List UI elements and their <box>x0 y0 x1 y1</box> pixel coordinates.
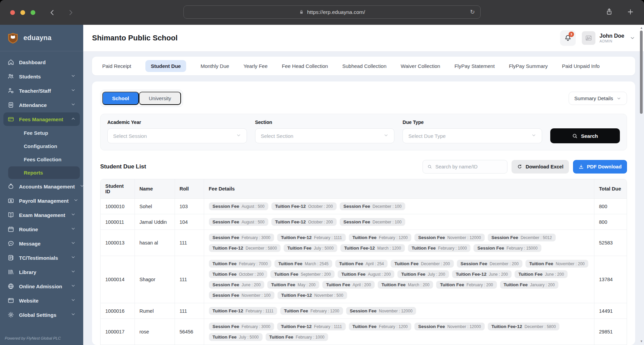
sidebar-item-dashboard[interactable]: Dashboard <box>3 55 80 69</box>
chevron-down-icon <box>79 183 83 189</box>
select-academic-year[interactable]: Select Session <box>107 128 247 143</box>
new-tab-button[interactable] <box>627 8 634 17</box>
tab-flypay-statement[interactable]: FlyPay Statement <box>454 63 495 69</box>
sidebar-subitem-configuration[interactable]: Configuration <box>8 140 80 152</box>
filter-label: Section <box>255 120 395 125</box>
sidebar-item-label: Attendance <box>19 102 47 108</box>
download-excel-button[interactable]: Download Excel <box>512 160 569 174</box>
address-bar[interactable]: https://erp.eduayna.com/ ↻ <box>183 5 481 19</box>
fee-chip-name: Session Fee <box>491 235 518 240</box>
sidebar-item-teacher-staff[interactable]: Teacher/Staff <box>3 84 80 97</box>
select-section[interactable]: Select Section <box>255 128 395 143</box>
fee-chip-name: Tuition Fee <box>269 334 293 340</box>
fee-chip: Tuition FeeApril : 254 <box>335 260 388 268</box>
fee-chip: Tuition FeeJanuary : 200 <box>500 281 559 289</box>
chevron-down-icon <box>630 35 635 41</box>
toggle-school[interactable]: School <box>102 92 139 105</box>
chevron-down-icon <box>71 312 76 318</box>
zoom-window-button[interactable] <box>31 10 35 15</box>
fee-chip-detail: October : 200 <box>308 220 333 224</box>
fee-chip-detail: June : 200 <box>545 272 564 277</box>
tab-monthly-due[interactable]: Monthly Due <box>200 63 229 69</box>
sidebar-item-routine[interactable]: Routine <box>3 222 80 236</box>
cell-fee-details: Session FeeFebruary : 3000Tuition Fee-12… <box>204 319 594 345</box>
fee-chip-detail: December : 100 <box>373 220 401 224</box>
tab-waiver-collection[interactable]: Waiver Collection <box>401 63 440 69</box>
fee-chip-name: Tuition Fee <box>401 272 425 277</box>
share-button[interactable] <box>606 8 613 17</box>
exam-icon <box>7 212 14 218</box>
sidebar-item-online-admission[interactable]: Online Admission <box>3 279 80 293</box>
sidebar-item-label: Teacher/Staff <box>19 88 51 94</box>
summary-details-dropdown[interactable]: Summary Details <box>569 92 627 105</box>
filter-label: Due Type <box>402 120 542 125</box>
fee-chip-detail: December : 5800 <box>246 246 277 251</box>
sidebar-item-global-settings[interactable]: Global Settings <box>3 308 80 322</box>
fee-chip-detail: February : 3000 <box>242 324 270 329</box>
sidebar-subitem-fees-collection[interactable]: Fees Collection <box>8 153 80 166</box>
search-button[interactable]: Search <box>550 128 620 143</box>
chevron-down-icon <box>71 88 76 94</box>
sidebar-item-attendance[interactable]: Attendance <box>3 98 80 112</box>
fees-icon <box>7 116 14 123</box>
tab-fee-head-collection[interactable]: Fee Head Collection <box>282 63 328 69</box>
fee-chip: Session FeeNovember : 12000 <box>346 307 416 315</box>
fee-chip-name: Tuition Fee-12 <box>213 308 244 313</box>
notifications-button[interactable]: 3 <box>560 30 576 46</box>
sidebar-item-exam-management[interactable]: Exam Management <box>3 208 80 222</box>
sidebar-item-tc-testimonials[interactable]: TC/Testimonials <box>3 251 80 265</box>
fee-chip-name: Tuition Fee <box>341 272 365 277</box>
sidebar-item-website[interactable]: Website <box>3 294 80 307</box>
tab-flypay-summary[interactable]: FlyPay Summary <box>509 63 548 69</box>
fee-chip-name: Tuition Fee <box>339 261 363 266</box>
tab-yearly-fee[interactable]: Yearly Fee <box>244 63 268 69</box>
minimize-window-button[interactable] <box>20 10 25 15</box>
browser-back-button[interactable] <box>49 9 56 16</box>
column-header-student-id: Student ID <box>101 179 135 199</box>
sidebar-item-library[interactable]: Library <box>3 265 80 279</box>
sidebar-item-message[interactable]: Message <box>3 237 80 250</box>
browser-forward-button[interactable] <box>67 9 74 16</box>
tab-subhead-collection[interactable]: Subhead Collection <box>342 63 387 69</box>
sidebar-item-label: Online Admission <box>19 284 62 289</box>
fee-chip-name: Tuition Fee <box>518 272 542 277</box>
reload-icon[interactable]: ↻ <box>470 8 475 16</box>
fee-chip-detail: January : 200 <box>530 283 555 287</box>
sidebar-item-payroll-management[interactable]: Payroll Management <box>3 194 80 207</box>
select-due-type[interactable]: Select Due Type <box>402 128 542 143</box>
cell-roll: 111 <box>175 256 204 303</box>
sidebar-item-students[interactable]: Students <box>3 70 80 83</box>
student-due-table-wrap: Student IDNameRollFee DetailsTotal Due 1… <box>100 179 627 345</box>
user-name: John Doe <box>600 33 624 39</box>
teacher-icon <box>7 87 14 94</box>
pdf-download-button[interactable]: PDF Download <box>573 160 627 174</box>
fee-chip-detail: December : 200 <box>489 261 518 266</box>
fee-chip: Session FeeNovember : 100 <box>209 291 274 299</box>
user-menu[interactable]: John Doe ADMIN <box>582 31 635 45</box>
fee-chip-detail: July : 200 <box>428 272 445 277</box>
table-search-box <box>423 160 507 174</box>
image-placeholder-icon <box>585 34 592 42</box>
toggle-university[interactable]: University <box>139 92 181 105</box>
tab-paid-receipt[interactable]: Paid Receipt <box>102 63 131 69</box>
fee-chip-name: Tuition Fee <box>213 261 237 266</box>
sidebar-subitem-fee-setup[interactable]: Fee Setup <box>8 127 80 139</box>
cell-fee-details: Tuition FeeFebruary : 7000Tuition FeeMar… <box>204 256 594 303</box>
close-window-button[interactable] <box>10 10 15 15</box>
search-icon <box>572 133 578 139</box>
fee-chip-name: Session Fee <box>461 261 487 266</box>
sidebar-subitem-reports[interactable]: Reports <box>8 166 80 179</box>
cell-roll: 103 <box>175 199 204 214</box>
fee-chip-list: Session FeeAugust : 500Tuition Fee-12Oct… <box>209 202 589 210</box>
student-due-table: Student IDNameRollFee DetailsTotal Due 1… <box>101 179 627 345</box>
fee-chip: Tuition FeeSeptember : 200 <box>270 270 335 278</box>
sidebar-item-fees-management[interactable]: Fees Management <box>3 112 80 126</box>
app-logo[interactable]: eduayna <box>0 25 83 51</box>
tab-paid-unpaid-info[interactable]: Paid Unpaid Info <box>562 63 600 69</box>
tab-student-due[interactable]: Student Due <box>145 60 186 72</box>
fee-chip: Tuition FeeFebruary : 1200 <box>349 323 412 330</box>
table-search-input[interactable] <box>435 164 503 169</box>
fee-chip-detail: March : 1200 <box>377 246 401 251</box>
sidebar-item-accounts-management[interactable]: Accounts Management <box>3 180 80 193</box>
fee-chip-name: Session Fee <box>418 324 445 329</box>
